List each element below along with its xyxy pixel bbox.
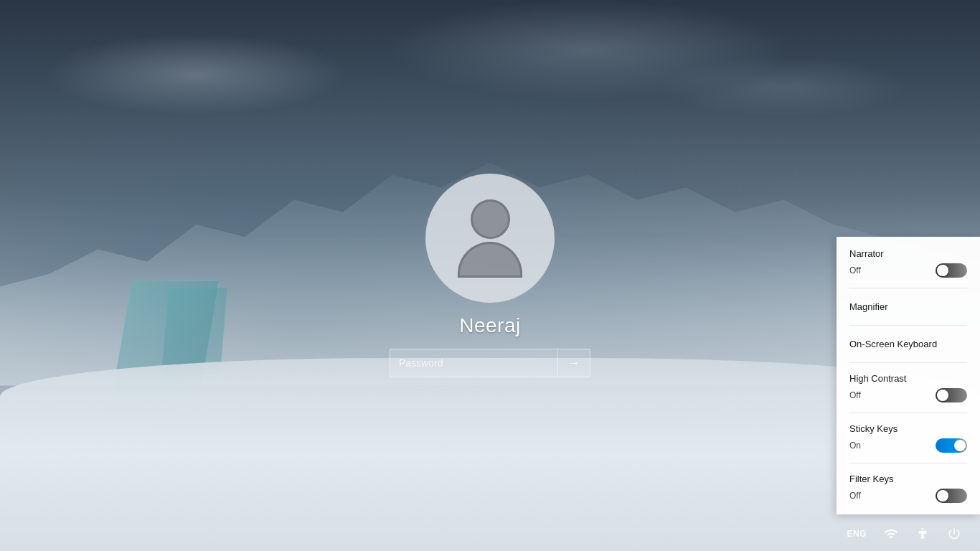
- sticky-keys-label: Sticky Keys: [849, 423, 967, 434]
- bottom-bar: ENG: [0, 517, 980, 551]
- avatar-body: [458, 242, 522, 278]
- magnifier-label[interactable]: Magnifier: [849, 298, 967, 315]
- avatar-head: [471, 199, 510, 239]
- high-contrast-toggle[interactable]: [936, 388, 967, 402]
- magnifier-item: Magnifier: [849, 298, 967, 326]
- power-button[interactable]: [940, 521, 969, 547]
- power-icon: [947, 527, 961, 541]
- sticky-keys-status: On: [849, 441, 861, 451]
- network-icon: [884, 527, 898, 541]
- high-contrast-label: High Contrast: [849, 373, 967, 384]
- svg-point-0: [921, 528, 923, 530]
- accessibility-button[interactable]: [908, 521, 937, 547]
- login-container: Neeraj →: [390, 174, 590, 377]
- password-field-container: →: [390, 349, 590, 377]
- high-contrast-item: High Contrast Off: [849, 373, 967, 413]
- narrator-status: Off: [849, 265, 861, 276]
- filter-keys-row: Off: [849, 489, 967, 503]
- narrator-label: Narrator: [849, 248, 967, 259]
- high-contrast-row: Off: [849, 388, 967, 402]
- sticky-keys-toggle-thumb: [954, 440, 966, 451]
- on-screen-keyboard-item: On-Screen Keyboard: [849, 336, 967, 363]
- high-contrast-toggle-thumb: [937, 390, 948, 401]
- accessibility-panel: Narrator Off Magnifier On-Screen Keyboar…: [837, 237, 980, 514]
- sticky-keys-row: On: [849, 438, 967, 453]
- narrator-row: Off: [849, 263, 967, 278]
- narrator-toggle[interactable]: [936, 263, 967, 278]
- network-button[interactable]: [877, 521, 905, 547]
- sticky-keys-item: Sticky Keys On: [849, 423, 967, 463]
- accessibility-icon: [915, 527, 930, 541]
- password-input[interactable]: [390, 350, 557, 376]
- narrator-toggle-thumb: [937, 265, 948, 276]
- filter-keys-item: Filter Keys Off: [849, 474, 967, 503]
- high-contrast-status: Off: [849, 390, 861, 400]
- username-label: Neeraj: [459, 314, 520, 337]
- filter-keys-toggle[interactable]: [936, 489, 967, 503]
- filter-keys-label: Filter Keys: [849, 474, 967, 484]
- avatar-icon: [458, 199, 522, 278]
- filter-keys-toggle-thumb: [937, 490, 948, 501]
- sticky-keys-toggle[interactable]: [936, 438, 967, 453]
- on-screen-keyboard-label[interactable]: On-Screen Keyboard: [849, 336, 967, 352]
- language-button[interactable]: ENG: [839, 523, 874, 545]
- filter-keys-status: Off: [849, 491, 861, 501]
- narrator-item: Narrator Off: [849, 248, 967, 288]
- password-submit-button[interactable]: →: [557, 349, 590, 377]
- avatar: [425, 174, 555, 303]
